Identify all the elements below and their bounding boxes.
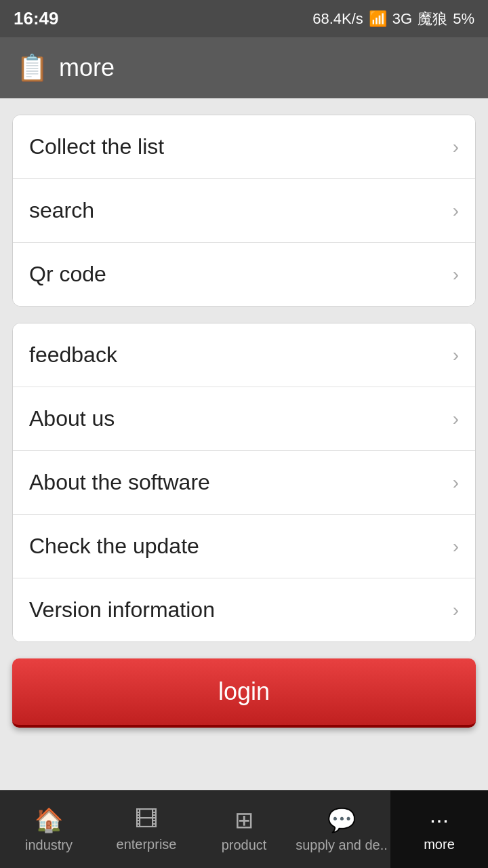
signal-type: 3G [392, 10, 412, 28]
menu-item-about-software[interactable]: About the software › [13, 451, 475, 515]
brand-label: 魔狼 [418, 9, 447, 29]
login-button[interactable]: login [12, 658, 476, 728]
menu-label-collect-the-list: Collect the list [29, 134, 164, 159]
chevron-icon-feedback: › [453, 344, 459, 366]
nav-label-product: product [222, 837, 267, 853]
menu-label-version-info: Version information [29, 597, 215, 623]
menu-item-about-us[interactable]: About us › [13, 387, 475, 451]
chevron-icon-qr-code: › [453, 264, 459, 285]
home-icon: 🏠 [35, 806, 63, 833]
grid-icon: ⊞ [235, 806, 253, 833]
bottom-nav: 🏠 industry 🎞 enterprise ⊞ product 💬 supp… [0, 790, 488, 868]
menu-label-feedback: feedback [29, 342, 117, 368]
menu-item-search[interactable]: search › [13, 179, 475, 243]
chat-icon: 💬 [327, 806, 356, 833]
wifi-icon: 📶 [369, 10, 387, 28]
nav-item-product[interactable]: ⊞ product [195, 791, 293, 868]
main-content: Collect the list › search › Qr code › fe… [0, 98, 488, 790]
nav-label-industry: industry [25, 837, 73, 853]
menu-item-qr-code[interactable]: Qr code › [13, 243, 475, 306]
nav-item-industry[interactable]: 🏠 industry [0, 791, 98, 868]
status-time: 16:49 [14, 8, 59, 29]
menu-label-check-update: Check the update [29, 534, 199, 559]
nav-item-more[interactable]: ··· more [390, 791, 488, 868]
header-icon: 📋 [16, 53, 48, 83]
nav-label-more: more [424, 837, 455, 852]
network-speed: 68.4K/s [312, 10, 363, 28]
more-dots-icon: ··· [430, 806, 449, 833]
chevron-icon-about-us: › [453, 408, 459, 430]
nav-item-enterprise[interactable]: 🎞 enterprise [98, 791, 195, 868]
enterprise-icon: 🎞 [135, 806, 158, 833]
status-bar: 16:49 68.4K/s 📶 3G 魔狼 5% [0, 0, 488, 37]
menu-label-about-us: About us [29, 406, 115, 431]
status-right: 68.4K/s 📶 3G 魔狼 5% [312, 9, 474, 29]
chevron-icon-search: › [453, 200, 459, 222]
battery-level: 5% [453, 10, 474, 28]
chevron-icon-check-update: › [453, 536, 459, 557]
menu-label-search: search [29, 198, 94, 223]
menu-label-qr-code: Qr code [29, 262, 106, 287]
chevron-icon-version-info: › [453, 599, 459, 621]
menu-item-check-update[interactable]: Check the update › [13, 515, 475, 578]
menu-label-about-software: About the software [29, 470, 210, 495]
menu-item-version-info[interactable]: Version information › [13, 578, 475, 642]
nav-label-supply: supply and de.. [296, 837, 388, 853]
nav-item-supply[interactable]: 💬 supply and de.. [293, 791, 390, 868]
header: 📋 more [0, 37, 488, 98]
header-title: more [59, 54, 115, 82]
menu-group-2: feedback › About us › About the software… [12, 323, 476, 642]
chevron-icon-about-software: › [453, 472, 459, 494]
menu-item-feedback[interactable]: feedback › [13, 323, 475, 387]
menu-group-1: Collect the list › search › Qr code › [12, 115, 476, 307]
nav-label-enterprise: enterprise [117, 837, 177, 852]
chevron-icon-collect: › [453, 136, 459, 158]
menu-item-collect-the-list[interactable]: Collect the list › [13, 115, 475, 179]
